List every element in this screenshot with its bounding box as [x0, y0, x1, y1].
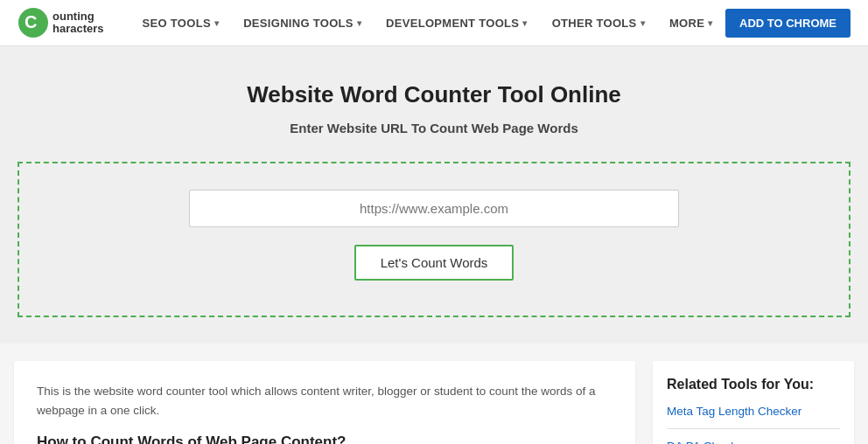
nav-item-development: DEVELOPMENT TOOLS ▾ — [374, 0, 540, 46]
nav-link-other[interactable]: OTHER TOOLS ▾ — [540, 0, 657, 46]
add-to-chrome-button[interactable]: ADD TO CHROME — [725, 9, 850, 38]
navbar: C ounting haracters SEO TOOLS ▾ DESIGNIN… — [0, 0, 868, 46]
url-input[interactable] — [189, 190, 679, 227]
main-section: Website Word Counter Tool Online Enter W… — [0, 46, 868, 343]
nav-item-seo: SEO TOOLS ▾ — [130, 0, 232, 46]
count-words-button[interactable]: Let's Count Words — [354, 245, 514, 281]
sidebar-link-meta-tag[interactable]: Meta Tag Length Checker — [667, 405, 840, 418]
nav-link-seo[interactable]: SEO TOOLS ▾ — [130, 0, 232, 46]
logo-line2: haracters — [52, 23, 104, 35]
nav-link-designing[interactable]: DESIGNING TOOLS ▾ — [231, 0, 374, 46]
nav-arrow-seo: ▾ — [214, 18, 219, 28]
main-card: This is the website word counter tool wh… — [14, 361, 635, 444]
description-heading: How to Count Words of Web Page Content? — [37, 434, 612, 444]
nav-link-development[interactable]: DEVELOPMENT TOOLS ▾ — [374, 0, 540, 46]
nav-arrow-designing: ▾ — [357, 18, 361, 28]
sidebar-card: Related Tools for You: Meta Tag Length C… — [653, 361, 854, 444]
sidebar-link-da-pa[interactable]: DA PA Checker — [667, 440, 840, 444]
nav-item-other: OTHER TOOLS ▾ — [540, 0, 657, 46]
lower-section: This is the website word counter tool wh… — [0, 343, 868, 444]
nav-label-designing: DESIGNING TOOLS — [243, 17, 354, 30]
logo-text: ounting haracters — [52, 10, 104, 36]
nav-label-development: DEVELOPMENT TOOLS — [386, 17, 519, 30]
nav-arrow-more: ▾ — [708, 18, 712, 28]
logo-line1: ounting — [52, 10, 104, 23]
svg-text:C: C — [24, 12, 37, 31]
nav-link-more[interactable]: MORE ▾ — [657, 0, 725, 46]
page-title: Website Word Counter Tool Online — [18, 81, 850, 108]
nav-menu: SEO TOOLS ▾ DESIGNING TOOLS ▾ DEVELOPMEN… — [130, 0, 725, 46]
nav-label-more: MORE — [669, 17, 704, 30]
logo[interactable]: C ounting haracters — [18, 7, 104, 38]
description-body: This is the website word counter tool wh… — [37, 382, 612, 420]
tool-box: Let's Count Words — [18, 162, 850, 317]
logo-icon: C — [18, 7, 49, 38]
nav-label-other: OTHER TOOLS — [552, 17, 637, 30]
nav-arrow-development: ▾ — [522, 18, 527, 28]
sidebar-title: Related Tools for You: — [667, 377, 840, 392]
nav-item-designing: DESIGNING TOOLS ▾ — [231, 0, 374, 46]
sidebar-divider — [667, 428, 840, 429]
nav-label-seo: SEO TOOLS — [143, 17, 211, 30]
nav-arrow-other: ▾ — [640, 18, 645, 28]
page-subtitle: Enter Website URL To Count Web Page Word… — [18, 121, 850, 135]
nav-item-more: MORE ▾ — [657, 0, 725, 46]
